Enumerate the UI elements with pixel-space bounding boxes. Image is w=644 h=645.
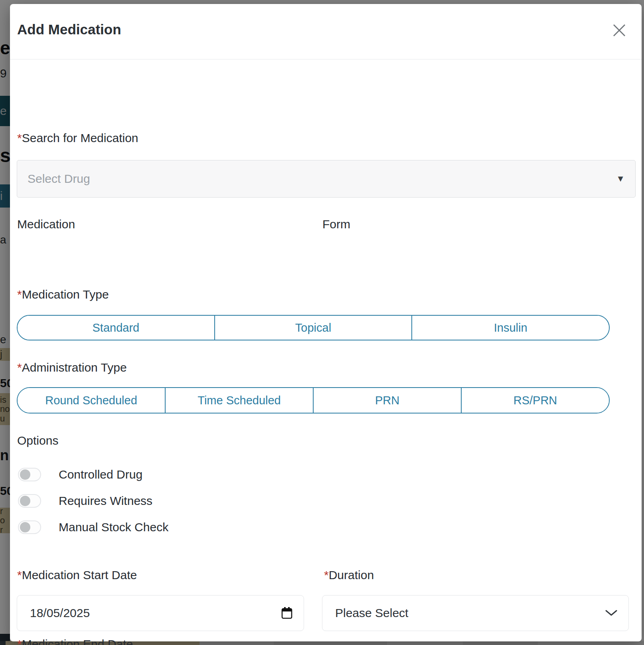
drug-select[interactable]: Select Drug ▼ [17,160,636,198]
administration-type-option-prn[interactable]: PRN [313,388,461,413]
dialog-header: Add Medication [10,4,642,59]
start-date-label: *Medication Start Date [17,568,137,582]
toggle-label: Requires Witness [59,494,152,508]
medication-type-segmented-control: StandardTopicalInsulin [17,315,610,340]
close-button[interactable] [610,21,629,40]
toggle-row-requires-witness: Requires Witness [18,492,152,510]
toggle-knob [20,469,30,480]
requires-witness-toggle[interactable] [18,494,41,508]
required-asterisk: * [17,131,22,144]
required-asterisk: * [324,568,329,582]
toggle-label: Controlled Drug [59,468,142,481]
duration-label: *Duration [324,568,374,582]
medication-type-option-topical[interactable]: Topical [214,316,412,340]
required-asterisk: * [17,288,22,301]
required-asterisk: * [17,568,22,582]
toggle-label: Manual Stock Check [59,520,168,534]
options-label: Options [17,434,58,447]
toggle-knob [20,522,30,532]
chevron-down-icon [605,610,617,616]
toggle-knob [20,496,30,506]
toggle-row-manual-stock-check: Manual Stock Check [18,518,168,536]
manual-stock-check-toggle[interactable] [18,520,41,534]
administration-type-option-round-scheduled[interactable]: Round Scheduled [18,388,165,413]
add-medication-dialog: Add Medication *Search for Medication Se… [10,4,642,641]
calendar-icon [281,607,292,619]
controlled-drug-toggle[interactable] [18,468,41,481]
end-date-label: *Medication End Date [17,637,133,645]
duration-select[interactable]: Please Select [322,595,629,631]
administration-type-option-time-scheduled[interactable]: Time Scheduled [165,388,313,413]
search-medication-label: *Search for Medication [17,131,138,145]
required-asterisk: * [17,637,22,645]
administration-type-segmented-control: Round ScheduledTime ScheduledPRNRS/PRN [17,387,610,414]
administration-type-label: *Administration Type [17,361,127,374]
dropdown-caret-icon: ▼ [616,174,625,184]
start-date-input[interactable]: 18/05/2025 [17,595,304,631]
medication-type-option-insulin[interactable]: Insulin [411,316,609,340]
required-asterisk: * [17,361,22,374]
duration-value: Please Select [335,606,408,620]
medication-type-option-standard[interactable]: Standard [18,316,214,340]
close-icon [612,23,626,38]
administration-type-option-rs-prn[interactable]: RS/PRN [461,388,609,413]
start-date-value: 18/05/2025 [30,606,90,620]
medication-column-label: Medication [17,218,75,231]
medication-type-label: *Medication Type [17,288,109,301]
drug-select-placeholder: Select Drug [28,172,90,186]
toggle-row-controlled-drug: Controlled Drug [18,466,142,483]
form-column-label: Form [322,218,350,231]
dialog-title: Add Medication [17,22,121,38]
